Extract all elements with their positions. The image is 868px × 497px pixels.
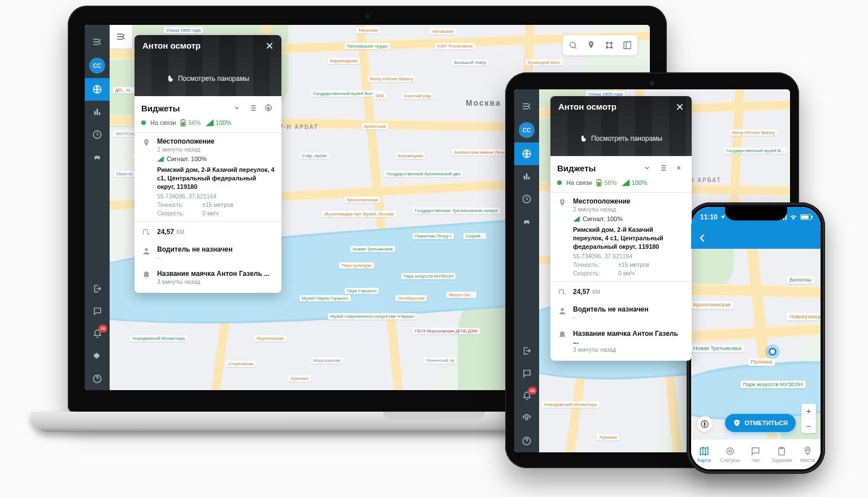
compass-button[interactable] (697, 416, 713, 432)
zoom-in-button[interactable]: + (801, 404, 816, 418)
sidebar-logout-button[interactable] (514, 339, 539, 362)
map-label: KAIF Provenance (435, 43, 475, 49)
list-icon[interactable] (246, 102, 259, 114)
map-shape-button[interactable] (601, 37, 617, 53)
panel-title: Антон осмотр (142, 41, 201, 50)
sidebar-chat-button[interactable] (85, 300, 110, 322)
map-label: Ленинский пр (424, 357, 457, 364)
map-search-button[interactable] (565, 37, 581, 53)
map-label: Тверская (356, 27, 380, 33)
phone-tab-bar: Карта Статусы Чат Задания Места (691, 439, 821, 469)
location-widget: Местоположение 2 минуты назад Сигнал: 10… (134, 133, 281, 221)
sidebar-toggle-button[interactable] (85, 31, 110, 53)
map-district-label: Р-Н АРБАТ (277, 123, 321, 131)
zoom-out-button[interactable]: − (801, 418, 816, 433)
tab-places[interactable]: Места (795, 439, 821, 469)
tab-statuses[interactable]: Статусы (717, 439, 743, 469)
map-label: Remy Kitchen Bakery (730, 129, 778, 136)
sidebar-notifications-button[interactable]: 46 (85, 322, 110, 345)
sidebar-history-button[interactable] (85, 123, 110, 146)
checkin-button[interactable]: ОТМЕТИТЬСЯ (725, 414, 796, 432)
info-panel: Антон осмотр Посмотреть панорамы Виджеты… (550, 96, 692, 361)
map-label: Парк культуры (339, 262, 374, 269)
svg-rect-9 (99, 113, 101, 115)
avatar[interactable]: CC (519, 122, 535, 138)
sidebar-vehicles-button[interactable] (514, 210, 539, 233)
svg-point-2 (606, 42, 608, 44)
map-label: Музей современного искусства «Гараж» (328, 313, 417, 319)
sidebar-help-button[interactable] (514, 430, 539, 452)
sidebar-logout-button[interactable] (85, 277, 110, 300)
phone-time: 11:10 (700, 213, 718, 221)
list-icon[interactable] (657, 162, 669, 174)
close-button[interactable] (674, 101, 686, 113)
svg-rect-18 (524, 176, 526, 180)
map-label: Remy Kitchen Bakery (367, 76, 415, 82)
avatar[interactable]: CC (89, 58, 105, 74)
battery-icon (800, 214, 811, 220)
collapse-icon[interactable] (641, 162, 653, 174)
view-panoramas-button[interactable]: Посмотреть панорамы (134, 75, 281, 83)
map-label: Стар. Арбат (300, 153, 329, 159)
gear-icon[interactable] (262, 102, 275, 114)
map-label: Патриаршие пруды (345, 43, 390, 49)
sidebar-notifications-button[interactable]: 46 (514, 384, 539, 407)
sidebar-toggle-button[interactable] (514, 95, 539, 118)
svg-rect-8 (97, 109, 98, 115)
map-marker-button[interactable] (583, 37, 599, 53)
gear-icon[interactable] (672, 162, 685, 174)
sidebar: CC 46 (85, 25, 110, 390)
collapse-icon[interactable] (231, 102, 243, 114)
sidebar-settings-button[interactable] (514, 407, 539, 430)
location-signal: Сигнал: 100% (167, 155, 207, 163)
accuracy-value: ±15 метров (202, 201, 233, 208)
map-label: Государственный музей В... (724, 148, 787, 154)
signal-icon (206, 119, 214, 126)
tab-chat[interactable]: Чат (743, 439, 769, 469)
connection-status: На связи (150, 119, 176, 126)
sidebar-help-button[interactable] (85, 368, 110, 390)
svg-point-5 (611, 47, 613, 49)
signal-status: 100% (206, 119, 232, 126)
phone-notch (725, 207, 787, 221)
panel-header: Антон осмотр Посмотреть панорамы (550, 96, 692, 156)
person-icon (141, 245, 151, 261)
sidebar-settings-button[interactable] (85, 345, 110, 368)
close-button[interactable] (263, 40, 276, 52)
driver-label: Водитель не назначен (157, 245, 275, 253)
bell-icon (141, 270, 151, 285)
sidebar-reports-button[interactable] (85, 101, 110, 123)
driver-value: - (157, 254, 275, 261)
view-panoramas-button[interactable]: Посмотреть панорамы (550, 135, 692, 142)
svg-point-33 (806, 448, 809, 451)
speed-label: Скорость: (157, 210, 202, 217)
svg-point-28 (561, 308, 563, 311)
map-label: Новая Третьяковка (350, 246, 395, 252)
map-label: Государственная Третьяковская галере (413, 208, 500, 214)
sidebar-vehicles-button[interactable] (85, 146, 110, 168)
sidebar-chat-button[interactable] (514, 362, 539, 384)
map-label: Полянка (748, 358, 775, 366)
signal-icon (157, 156, 164, 162)
phone-nav-bar (691, 227, 821, 249)
phone-screen: 11:10 Москва Китай-... (691, 207, 821, 469)
map-toolbar (563, 35, 637, 55)
map-layers-button[interactable] (619, 37, 635, 53)
svg-rect-20 (528, 177, 530, 180)
map-label: Памятник Петру I (413, 233, 454, 239)
sidebar-history-button[interactable] (514, 188, 539, 210)
sidebar-globe-button[interactable] (514, 142, 539, 165)
svg-point-31 (727, 448, 734, 455)
map-label: Метро Окт... (446, 292, 476, 298)
tab-map[interactable]: Карта (691, 439, 717, 469)
collapse-rail-button[interactable] (110, 25, 132, 49)
map-label: Лужники (597, 434, 619, 440)
location-heading: Местоположение (157, 137, 275, 145)
odometer-unit: КМ (176, 229, 184, 235)
map-label: Мультимедиа Арт Музей, Москва (322, 211, 396, 217)
sidebar-globe-button[interactable] (85, 78, 110, 101)
back-button[interactable] (697, 232, 708, 244)
online-indicator-icon (141, 120, 146, 125)
tab-tasks[interactable]: Задания (769, 439, 795, 469)
sidebar-reports-button[interactable] (514, 165, 539, 188)
